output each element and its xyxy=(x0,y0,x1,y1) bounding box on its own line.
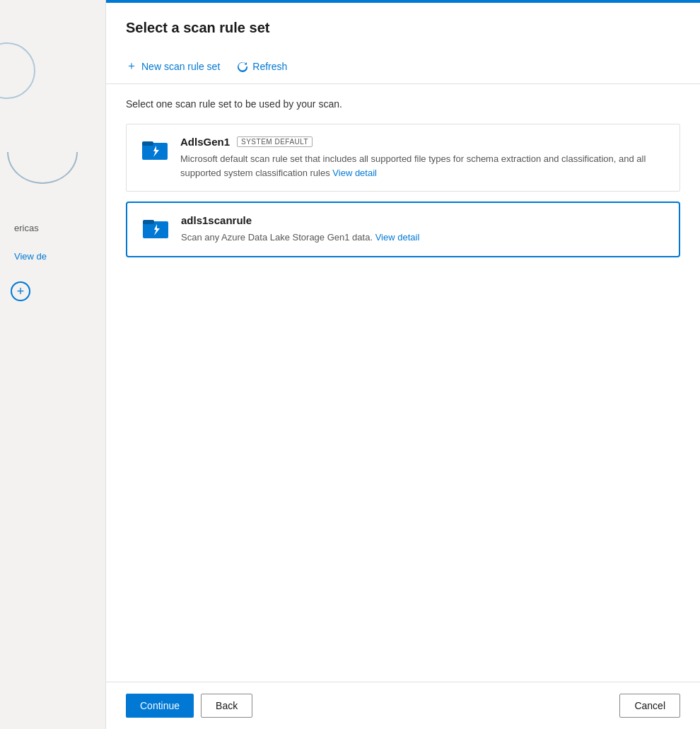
svg-rect-1 xyxy=(142,141,153,146)
left-view-detail-link[interactable]: View de xyxy=(14,251,47,262)
view-detail-link-adlsgen1[interactable]: View detail xyxy=(332,168,377,178)
new-scan-rule-button[interactable]: ＋ New scan rule set xyxy=(126,59,220,74)
card-description-adls1scanrule: Scan any Azure Data Lake Storage Gen1 da… xyxy=(181,231,665,245)
footer-left-actions: Continue Back xyxy=(126,694,252,718)
refresh-label: Refresh xyxy=(252,61,287,72)
view-detail-link-adls1scanrule[interactable]: View detail xyxy=(375,232,420,243)
card-name-adls1scanrule: adls1scanrule xyxy=(181,214,252,226)
card-title-row-adlsgen1: AdlsGen1 SYSTEM DEFAULT xyxy=(180,136,665,148)
left-add-icon[interactable]: + xyxy=(11,281,30,301)
panel-body: Select one scan rule set to be used by y… xyxy=(106,84,700,682)
left-arc-decoration xyxy=(7,120,78,184)
card-content-adls1scanrule: adls1scanrule Scan any Azure Data Lake S… xyxy=(181,214,665,245)
card-name-adlsgen1: AdlsGen1 xyxy=(180,136,230,148)
continue-button[interactable]: Continue xyxy=(126,694,194,718)
cancel-button[interactable]: Cancel xyxy=(619,694,680,718)
back-button[interactable]: Back xyxy=(201,694,252,718)
plus-icon: ＋ xyxy=(126,59,137,74)
system-default-badge: SYSTEM DEFAULT xyxy=(237,136,313,147)
folder-icon-adls1scanrule xyxy=(141,214,170,240)
refresh-icon xyxy=(237,61,248,72)
card-description-adlsgen1: Microsoft default scan rule set that inc… xyxy=(180,152,665,180)
card-description-text-adlsgen1: Microsoft default scan rule set that inc… xyxy=(180,153,646,178)
scan-rule-card-adlsgen1[interactable]: AdlsGen1 SYSTEM DEFAULT Microsoft defaul… xyxy=(126,124,680,192)
refresh-button[interactable]: Refresh xyxy=(237,61,287,72)
card-content-adlsgen1: AdlsGen1 SYSTEM DEFAULT Microsoft defaul… xyxy=(180,136,665,180)
left-circle-decoration xyxy=(0,42,35,99)
panel-footer: Continue Back Cancel xyxy=(106,682,700,729)
card-description-text-adls1scanrule: Scan any Azure Data Lake Storage Gen1 da… xyxy=(181,232,373,243)
left-panel: ericas View de + xyxy=(0,0,106,729)
toolbar: ＋ New scan rule set Refresh xyxy=(106,49,700,84)
folder-icon-adlsgen1 xyxy=(141,136,169,161)
panel-header: Select a scan rule set xyxy=(106,3,700,49)
scan-rule-card-adls1scanrule[interactable]: adls1scanrule Scan any Azure Data Lake S… xyxy=(126,202,680,257)
left-region-text: ericas xyxy=(14,223,39,233)
new-scan-rule-label: New scan rule set xyxy=(141,61,220,72)
page-title: Select a scan rule set xyxy=(126,20,680,36)
main-panel: Select a scan rule set ＋ New scan rule s… xyxy=(106,0,700,729)
description-text: Select one scan rule set to be used by y… xyxy=(126,98,680,110)
card-title-row-adls1scanrule: adls1scanrule xyxy=(181,214,665,226)
svg-rect-4 xyxy=(143,220,154,224)
